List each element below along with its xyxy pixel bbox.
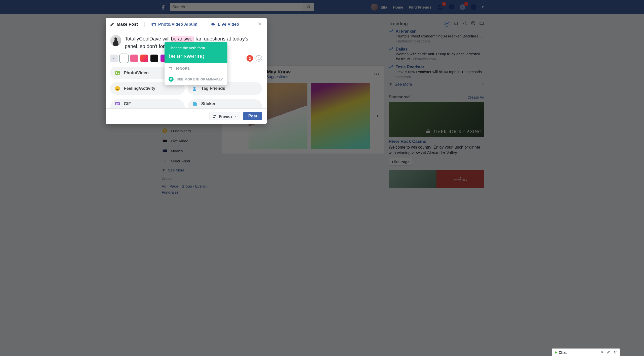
help-icon[interactable]: ?	[482, 82, 484, 87]
palette-pink[interactable]	[130, 55, 138, 62]
create-fundraiser[interactable]: Fundraiser	[162, 190, 180, 194]
svg-point-57	[614, 351, 615, 352]
fundraisers-icon	[162, 128, 168, 134]
sticker-icon	[192, 101, 198, 107]
search-input[interactable]	[170, 5, 303, 9]
trending-tabs	[444, 21, 484, 27]
svg-rect-42	[480, 22, 484, 24]
sponsor-name[interactable]: River Rock Casino	[389, 139, 484, 144]
svg-point-47	[212, 24, 212, 24]
svg-rect-34	[163, 150, 164, 150]
tab-label: Photo/Video Album	[158, 22, 197, 27]
notifications-icon[interactable]: 2	[459, 4, 466, 11]
palette-red-gradient[interactable]	[140, 55, 148, 62]
friends-icon[interactable]: 2	[437, 4, 444, 11]
svg-line-2	[309, 8, 310, 9]
nav-home[interactable]: Home	[393, 5, 403, 9]
search-bar	[170, 3, 314, 11]
help-icon[interactable]: ?	[470, 4, 477, 11]
sponsor-strip-img[interactable]	[389, 170, 436, 188]
svg-rect-29	[163, 140, 166, 142]
option-gif[interactable]: GIFGIF	[110, 99, 185, 108]
palette-white[interactable]	[120, 55, 128, 62]
tab-live-video[interactable]: Live Video	[211, 22, 239, 27]
palette-prev[interactable]: ‹	[110, 55, 118, 62]
trend-name: Al Franken	[396, 29, 484, 34]
post-button[interactable]: Post	[243, 112, 262, 120]
svg-text:GIF: GIF	[116, 103, 119, 105]
search-button[interactable]	[303, 3, 314, 11]
svg-text:?: ?	[472, 5, 475, 9]
grammarly-see-more[interactable]: SEE MORE IN GRAMMARLY	[165, 74, 227, 85]
trending-tab-sports[interactable]	[471, 21, 476, 27]
trending-see-more[interactable]: ▼See More?	[389, 80, 484, 87]
facebook-logo[interactable]	[160, 3, 167, 11]
trending-tab-entertainment[interactable]	[479, 21, 484, 27]
tab-make-post[interactable]: Make Post	[110, 22, 138, 27]
gear-icon[interactable]	[600, 350, 604, 355]
grammar-error[interactable]: be answer	[171, 36, 194, 42]
sidebar-item-label: Order Food	[171, 159, 190, 163]
grammarly-popover: Change the verb form be answering IGNORE…	[165, 42, 227, 85]
svg-rect-45	[211, 23, 214, 25]
create-event[interactable]: Event	[195, 184, 205, 188]
sidebar-fundraisers[interactable]: Fundraisers	[160, 126, 218, 136]
close-button[interactable]	[257, 21, 263, 28]
create-ad[interactable]: Ad	[162, 184, 166, 188]
grammarly-logo-icon	[169, 77, 174, 82]
account-menu-caret[interactable]: ▼	[481, 5, 484, 9]
audience-selector[interactable]: Friends ▼	[210, 112, 240, 120]
create-page[interactable]: Page	[170, 184, 178, 188]
sidebar-order-food[interactable]: Order Food	[160, 156, 218, 166]
sidebar-see-more[interactable]: ▼See More...	[160, 166, 218, 174]
trending-tab-top[interactable]	[444, 21, 450, 27]
grammarly-error-count[interactable]: 2	[247, 55, 253, 62]
create-ad-link[interactable]: Create Ad	[467, 95, 484, 99]
sidebar-live-video[interactable]: Live Video	[160, 136, 218, 146]
trending-item[interactable]: DallasWoman with crude anti-Trump truck …	[389, 44, 484, 62]
pymk-suggestion-2[interactable]	[311, 83, 370, 149]
trending-card: Trending Al FrankenTrump's Tweet Condemn…	[389, 18, 484, 87]
svg-point-51	[116, 88, 117, 88]
sponsor-desc: Welcome to win country! Enjoy your lunch…	[389, 145, 484, 155]
sidebar-item-label: Movies	[171, 149, 183, 153]
palette-black[interactable]	[150, 55, 158, 62]
like-page-button[interactable]: Like Page	[389, 158, 413, 166]
movies-icon	[162, 148, 168, 154]
sponsored-image[interactable]: 🏔 RIVER ROCK CASINO	[389, 102, 484, 137]
tag-icon	[192, 85, 198, 92]
photo-icon	[114, 70, 121, 76]
pymk-menu[interactable]: •••	[374, 72, 380, 76]
add-friend-icon[interactable]	[613, 350, 617, 355]
trending-item[interactable]: Tesla RoadsterTesla's new Roadster will …	[389, 62, 484, 80]
chat-tab[interactable]: Chat	[552, 348, 620, 356]
compose-icon[interactable]	[607, 350, 611, 355]
grammarly-suggestion[interactable]: Change the verb form be answering	[165, 42, 227, 63]
trend-desc: Woman with crude anti-Trump truck decal …	[396, 52, 480, 61]
svg-point-1	[307, 6, 310, 8]
svg-rect-36	[165, 150, 166, 150]
option-sticker[interactable]: Sticker	[188, 99, 262, 108]
emoji-picker-button[interactable]	[256, 55, 262, 62]
grammarly-suggestion-text: be answering	[169, 53, 223, 60]
trending-title: Trending	[389, 21, 408, 26]
tab-label: Make Post	[117, 22, 138, 27]
tab-photo-video-album[interactable]: Photo/Video Album	[151, 22, 197, 27]
messenger-icon[interactable]	[448, 4, 455, 11]
trend-desc: Tesla's new Roadster will hit 60 mph in …	[396, 70, 482, 74]
pymk-next[interactable]: ›	[373, 83, 381, 149]
trending-tab-science[interactable]	[462, 21, 467, 27]
nav-find-friends[interactable]: Find Friends	[409, 5, 431, 9]
sponsored-card: Sponsored Create Ad 🏔 RIVER ROCK CASINO …	[389, 92, 484, 188]
trending-item[interactable]: Al FrankenTrump's Tweet Condemning Al Fr…	[389, 27, 484, 44]
sidebar-movies[interactable]: Movies	[160, 146, 218, 156]
sponsor-strip-brand[interactable]: ✦STITCH FIX	[436, 170, 484, 188]
gif-icon: GIF	[114, 101, 121, 107]
create-group[interactable]: Group	[181, 184, 192, 188]
composer-avatar	[110, 35, 121, 46]
nav-user[interactable]: Ella	[371, 4, 387, 11]
trending-tab-politics[interactable]	[454, 21, 459, 27]
grammarly-ignore[interactable]: IGNORE	[165, 63, 227, 74]
order-food-icon	[162, 158, 168, 164]
friends-badge: 2	[442, 2, 446, 6]
